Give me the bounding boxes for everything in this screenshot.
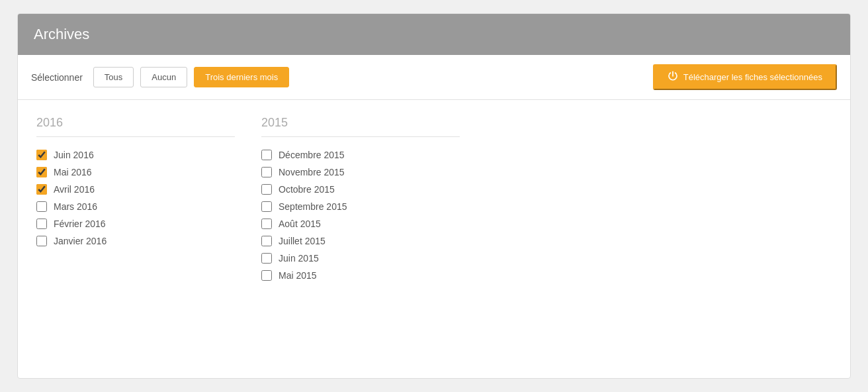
select-label: Sélectionner xyxy=(31,72,83,83)
list-item[interactable]: Juin 2015 xyxy=(261,250,460,267)
checkbox-juillet-2015[interactable] xyxy=(261,236,272,246)
checkbox-avril-2016[interactable] xyxy=(36,184,47,195)
month-label: Mai 2016 xyxy=(54,167,92,177)
checkbox-juin-2016[interactable] xyxy=(36,150,47,160)
month-label: Novembre 2015 xyxy=(279,167,345,177)
btn-three-months[interactable]: Trois derniers mois xyxy=(194,67,289,87)
checkbox-mai-2016[interactable] xyxy=(36,167,47,177)
checkbox-octobre-2015[interactable] xyxy=(261,184,272,195)
page-header: Archives xyxy=(18,14,850,55)
month-label: Janvier 2016 xyxy=(54,236,107,246)
checkbox-juin-2015[interactable] xyxy=(261,253,272,264)
list-item[interactable]: Janvier 2016 xyxy=(36,232,235,250)
month-label: Décembre 2015 xyxy=(279,150,345,160)
btn-download-label: Télécharger les fiches sélectionnées xyxy=(683,72,822,82)
list-item[interactable]: Mai 2016 xyxy=(36,164,235,181)
month-label: Juin 2016 xyxy=(54,150,94,160)
list-item[interactable]: Décembre 2015 xyxy=(261,146,460,164)
power-icon xyxy=(668,71,678,83)
checkbox-février-2016[interactable] xyxy=(36,219,47,229)
list-item[interactable]: Avril 2016 xyxy=(36,181,235,198)
year-title-2016: 2016 xyxy=(36,116,235,130)
checkbox-septembre-2015[interactable] xyxy=(261,201,272,212)
month-label: Avril 2016 xyxy=(54,184,95,195)
list-item[interactable]: Mai 2015 xyxy=(261,267,460,284)
month-label: Mars 2016 xyxy=(54,201,97,212)
list-item[interactable]: Novembre 2015 xyxy=(261,164,460,181)
list-item[interactable]: Juillet 2015 xyxy=(261,232,460,250)
year-column-2015: 2015Décembre 2015Novembre 2015Octobre 20… xyxy=(261,116,460,284)
page-title: Archives xyxy=(34,26,834,43)
list-item[interactable]: Février 2016 xyxy=(36,215,235,232)
toolbar: Sélectionner Tous Aucun Trois derniers m… xyxy=(18,55,850,100)
year-column-2016: 2016Juin 2016Mai 2016Avril 2016Mars 2016… xyxy=(36,116,235,284)
checkbox-mai-2015[interactable] xyxy=(261,270,272,281)
checkbox-janvier-2016[interactable] xyxy=(36,236,47,246)
list-item[interactable]: Mars 2016 xyxy=(36,198,235,215)
month-label: Juillet 2015 xyxy=(279,236,326,246)
list-item[interactable]: Octobre 2015 xyxy=(261,181,460,198)
checkbox-août-2015[interactable] xyxy=(261,219,272,229)
year-divider-2015 xyxy=(261,136,460,137)
month-label: Juin 2015 xyxy=(279,253,319,264)
month-label: Août 2015 xyxy=(279,219,321,229)
years-container: 2016Juin 2016Mai 2016Avril 2016Mars 2016… xyxy=(36,116,832,284)
month-label: Février 2016 xyxy=(54,219,106,229)
month-label: Octobre 2015 xyxy=(279,184,335,195)
month-label: Septembre 2015 xyxy=(279,201,347,212)
checkbox-novembre-2015[interactable] xyxy=(261,167,272,177)
list-item[interactable]: Août 2015 xyxy=(261,215,460,232)
year-divider-2016 xyxy=(36,136,235,137)
page-wrapper: Archives Sélectionner Tous Aucun Trois d… xyxy=(17,13,851,379)
month-label: Mai 2015 xyxy=(279,270,317,281)
btn-all[interactable]: Tous xyxy=(93,67,134,87)
year-title-2015: 2015 xyxy=(261,116,460,130)
list-item[interactable]: Septembre 2015 xyxy=(261,198,460,215)
checkbox-décembre-2015[interactable] xyxy=(261,150,272,160)
btn-download[interactable]: Télécharger les fiches sélectionnées xyxy=(653,64,837,90)
list-item[interactable]: Juin 2016 xyxy=(36,146,235,164)
checkbox-mars-2016[interactable] xyxy=(36,201,47,212)
btn-none[interactable]: Aucun xyxy=(140,67,187,87)
content: 2016Juin 2016Mai 2016Avril 2016Mars 2016… xyxy=(18,100,850,378)
